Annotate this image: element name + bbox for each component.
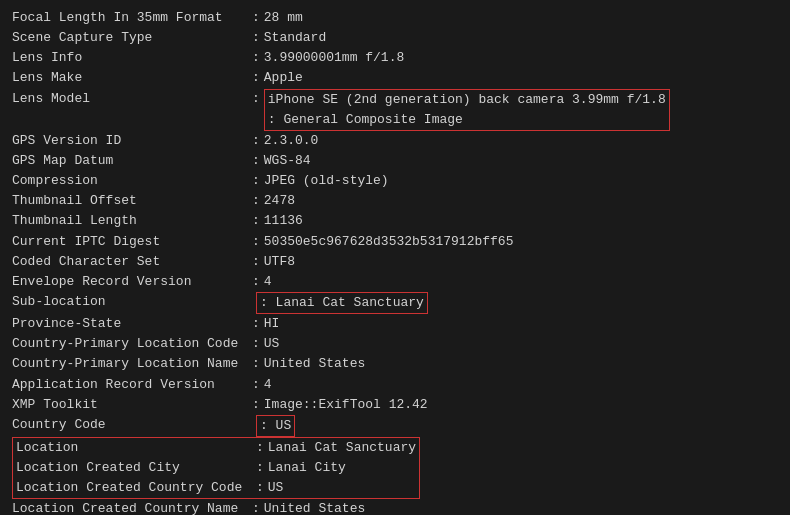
row-value: 4	[264, 272, 272, 292]
table-row: Lens Info : 3.99000001mm f/1.8	[12, 48, 778, 68]
row-label: Country-Primary Location Code	[12, 334, 252, 354]
table-row: Lens Make : Apple	[12, 68, 778, 88]
table-row: Application Record Version : 4	[12, 375, 778, 395]
row-label: Location Created City	[16, 458, 256, 478]
row-label: GPS Version ID	[12, 131, 252, 151]
row-value: 11136	[264, 211, 303, 231]
row-label: Coded Character Set	[12, 252, 252, 272]
row-value: 28 mm	[264, 8, 303, 28]
row-value: Lanai City	[268, 458, 346, 478]
table-row: Country Code : US	[12, 415, 778, 437]
row-label: Application Record Version	[12, 375, 252, 395]
row-value: HI	[264, 314, 280, 334]
row-label: GPS Map Datum	[12, 151, 252, 171]
table-row: Location Created Country Name : United S…	[12, 499, 778, 515]
row-label: Envelope Record Version	[12, 272, 252, 292]
row-label: Current IPTC Digest	[12, 232, 252, 252]
row-value: : US	[256, 415, 295, 437]
row-label: Location Created Country Name	[12, 499, 252, 515]
row-value: Lanai Cat Sanctuary	[268, 438, 416, 458]
table-row: Location Created City : Lanai City	[16, 458, 416, 478]
row-label: Sub-location	[12, 292, 252, 314]
table-row: XMP Toolkit : Image::ExifTool 12.42	[12, 395, 778, 415]
table-row: Compression : JPEG (old-style)	[12, 171, 778, 191]
row-label: Scene Capture Type	[12, 28, 252, 48]
row-value: US	[268, 478, 284, 498]
row-value: 2478	[264, 191, 295, 211]
row-label: Location Created Country Code	[16, 478, 256, 498]
row-value: 50350e5c967628d3532b5317912bff65	[264, 232, 514, 252]
row-label: Focal Length In 35mm Format	[12, 8, 252, 28]
table-row: Scene Capture Type : Standard	[12, 28, 778, 48]
row-value: Image::ExifTool 12.42	[264, 395, 428, 415]
row-value: United States	[264, 499, 365, 515]
row-value: iPhone SE (2nd generation) back camera 3…	[264, 89, 670, 131]
composite-image-label: : General Composite Image	[268, 110, 666, 130]
table-row: Location Created Country Code : US	[16, 478, 416, 498]
table-row: Lens Model : iPhone SE (2nd generation) …	[12, 89, 778, 131]
row-value: Standard	[264, 28, 326, 48]
row-value: 4	[264, 375, 272, 395]
row-label: Lens Model	[12, 89, 252, 131]
row-label: Province-State	[12, 314, 252, 334]
table-row: Focal Length In 35mm Format : 28 mm	[12, 8, 778, 28]
lens-model-value: iPhone SE (2nd generation) back camera 3…	[268, 90, 666, 110]
row-label: Country-Primary Location Name	[12, 354, 252, 374]
location-block: Location : Lanai Cat Sanctuary Location …	[12, 437, 420, 499]
row-value: WGS-84	[264, 151, 311, 171]
row-value: 3.99000001mm f/1.8	[264, 48, 404, 68]
table-row: Province-State : HI	[12, 314, 778, 334]
row-value: JPEG (old-style)	[264, 171, 389, 191]
table-row: Country-Primary Location Code : US	[12, 334, 778, 354]
row-value: United States	[264, 354, 365, 374]
row-label: Lens Info	[12, 48, 252, 68]
row-value: : Lanai Cat Sanctuary	[256, 292, 428, 314]
row-label: Country Code	[12, 415, 252, 437]
row-label: XMP Toolkit	[12, 395, 252, 415]
table-row: Envelope Record Version : 4	[12, 272, 778, 292]
table-row: Current IPTC Digest : 50350e5c967628d353…	[12, 232, 778, 252]
row-value: UTF8	[264, 252, 295, 272]
row-value: 2.3.0.0	[264, 131, 319, 151]
row-value: Apple	[264, 68, 303, 88]
row-label: Lens Make	[12, 68, 252, 88]
table-row: GPS Map Datum : WGS-84	[12, 151, 778, 171]
row-label: Location	[16, 438, 256, 458]
table-row: Sub-location : Lanai Cat Sanctuary	[12, 292, 778, 314]
table-row: Thumbnail Offset : 2478	[12, 191, 778, 211]
row-label: Thumbnail Offset	[12, 191, 252, 211]
table-row: Location : Lanai Cat Sanctuary	[16, 438, 416, 458]
table-row: Thumbnail Length : 11136	[12, 211, 778, 231]
table-row: Country-Primary Location Name : United S…	[12, 354, 778, 374]
main-container: Focal Length In 35mm Format : 28 mm Scen…	[0, 0, 790, 515]
row-label: Compression	[12, 171, 252, 191]
table-row: Coded Character Set : UTF8	[12, 252, 778, 272]
row-value: US	[264, 334, 280, 354]
row-label: Thumbnail Length	[12, 211, 252, 231]
table-row: GPS Version ID : 2.3.0.0	[12, 131, 778, 151]
